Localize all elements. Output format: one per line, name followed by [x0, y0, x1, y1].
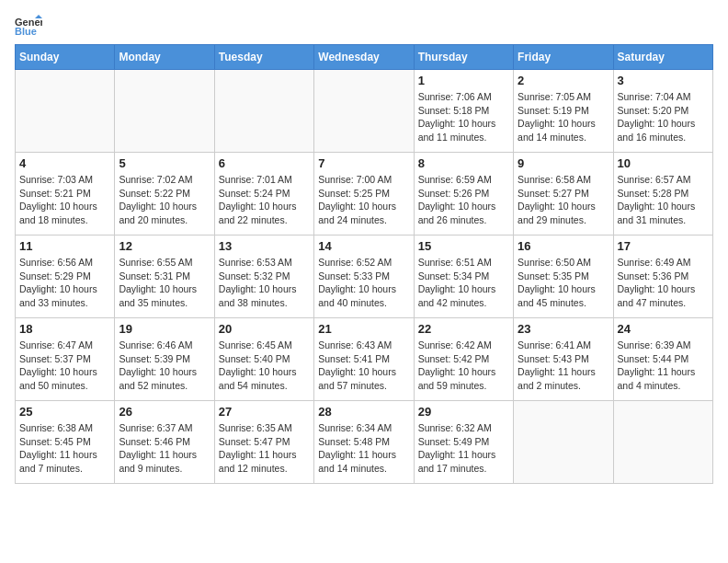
- day-cell: 18Sunrise: 6:47 AM Sunset: 5:37 PM Dayli…: [16, 318, 115, 401]
- day-number: 19: [119, 322, 210, 336]
- day-cell: [514, 401, 613, 484]
- day-number: 4: [19, 156, 110, 170]
- svg-text:Blue: Blue: [15, 26, 37, 37]
- day-info: Sunrise: 6:51 AM Sunset: 5:34 PM Dayligh…: [418, 256, 509, 310]
- header: General Blue: [15, 15, 713, 37]
- day-number: 22: [418, 322, 509, 336]
- day-cell: 22Sunrise: 6:42 AM Sunset: 5:42 PM Dayli…: [414, 318, 513, 401]
- day-number: 8: [418, 156, 509, 170]
- day-cell: 16Sunrise: 6:50 AM Sunset: 5:35 PM Dayli…: [514, 236, 613, 318]
- day-cell: 6Sunrise: 7:01 AM Sunset: 5:24 PM Daylig…: [214, 153, 313, 236]
- day-cell: 8Sunrise: 6:59 AM Sunset: 5:26 PM Daylig…: [414, 153, 513, 236]
- week-row-2: 4Sunrise: 7:03 AM Sunset: 5:21 PM Daylig…: [16, 153, 713, 236]
- day-cell: 27Sunrise: 6:35 AM Sunset: 5:47 PM Dayli…: [214, 401, 313, 484]
- day-info: Sunrise: 6:57 AM Sunset: 5:28 PM Dayligh…: [618, 173, 709, 227]
- day-info: Sunrise: 7:01 AM Sunset: 5:24 PM Dayligh…: [219, 173, 310, 227]
- day-number: 28: [318, 405, 409, 419]
- day-cell: 2Sunrise: 7:05 AM Sunset: 5:19 PM Daylig…: [514, 70, 613, 153]
- day-number: 18: [19, 322, 110, 336]
- day-number: 21: [318, 322, 409, 336]
- day-info: Sunrise: 6:55 AM Sunset: 5:31 PM Dayligh…: [119, 256, 210, 310]
- calendar-body: 1Sunrise: 7:06 AM Sunset: 5:18 PM Daylig…: [16, 70, 713, 484]
- day-cell: 28Sunrise: 6:34 AM Sunset: 5:48 PM Dayli…: [314, 401, 414, 484]
- logo: General Blue: [15, 15, 46, 37]
- day-info: Sunrise: 6:43 AM Sunset: 5:41 PM Dayligh…: [318, 339, 409, 393]
- day-info: Sunrise: 6:52 AM Sunset: 5:33 PM Dayligh…: [318, 256, 409, 310]
- day-number: 11: [19, 239, 110, 253]
- day-info: Sunrise: 6:50 AM Sunset: 5:35 PM Dayligh…: [518, 256, 609, 310]
- logo-icon: General Blue: [15, 15, 42, 37]
- day-number: 20: [219, 322, 310, 336]
- day-info: Sunrise: 7:05 AM Sunset: 5:19 PM Dayligh…: [518, 90, 609, 144]
- day-cell: [214, 70, 313, 153]
- day-cell: 5Sunrise: 7:02 AM Sunset: 5:22 PM Daylig…: [115, 153, 214, 236]
- day-info: Sunrise: 6:49 AM Sunset: 5:36 PM Dayligh…: [618, 256, 709, 310]
- calendar: SundayMondayTuesdayWednesdayThursdayFrid…: [15, 44, 713, 484]
- day-number: 13: [219, 239, 310, 253]
- day-cell: [115, 70, 214, 153]
- day-header-sunday: Sunday: [16, 45, 115, 70]
- day-cell: 10Sunrise: 6:57 AM Sunset: 5:28 PM Dayli…: [613, 153, 712, 236]
- day-cell: 24Sunrise: 6:39 AM Sunset: 5:44 PM Dayli…: [613, 318, 712, 401]
- day-info: Sunrise: 6:56 AM Sunset: 5:29 PM Dayligh…: [19, 256, 110, 310]
- week-row-1: 1Sunrise: 7:06 AM Sunset: 5:18 PM Daylig…: [16, 70, 713, 153]
- day-number: 7: [318, 156, 409, 170]
- day-info: Sunrise: 7:00 AM Sunset: 5:25 PM Dayligh…: [318, 173, 409, 227]
- day-cell: 9Sunrise: 6:58 AM Sunset: 5:27 PM Daylig…: [514, 153, 613, 236]
- week-row-5: 25Sunrise: 6:38 AM Sunset: 5:45 PM Dayli…: [16, 401, 713, 484]
- day-number: 27: [219, 405, 310, 419]
- day-cell: 20Sunrise: 6:45 AM Sunset: 5:40 PM Dayli…: [214, 318, 313, 401]
- day-cell: [16, 70, 115, 153]
- day-info: Sunrise: 6:39 AM Sunset: 5:44 PM Dayligh…: [618, 339, 709, 393]
- day-info: Sunrise: 6:45 AM Sunset: 5:40 PM Dayligh…: [219, 339, 310, 393]
- day-info: Sunrise: 6:58 AM Sunset: 5:27 PM Dayligh…: [518, 173, 609, 227]
- day-info: Sunrise: 7:04 AM Sunset: 5:20 PM Dayligh…: [618, 90, 709, 144]
- day-cell: 26Sunrise: 6:37 AM Sunset: 5:46 PM Dayli…: [115, 401, 214, 484]
- day-number: 26: [119, 405, 210, 419]
- day-cell: 11Sunrise: 6:56 AM Sunset: 5:29 PM Dayli…: [16, 236, 115, 318]
- day-info: Sunrise: 6:41 AM Sunset: 5:43 PM Dayligh…: [518, 339, 609, 393]
- day-cell: 19Sunrise: 6:46 AM Sunset: 5:39 PM Dayli…: [115, 318, 214, 401]
- day-cell: 7Sunrise: 7:00 AM Sunset: 5:25 PM Daylig…: [314, 153, 414, 236]
- day-info: Sunrise: 7:03 AM Sunset: 5:21 PM Dayligh…: [19, 173, 110, 227]
- day-info: Sunrise: 7:02 AM Sunset: 5:22 PM Dayligh…: [119, 173, 210, 227]
- day-info: Sunrise: 6:37 AM Sunset: 5:46 PM Dayligh…: [119, 421, 210, 476]
- day-info: Sunrise: 6:46 AM Sunset: 5:39 PM Dayligh…: [119, 339, 210, 393]
- day-number: 15: [418, 239, 509, 253]
- day-number: 6: [219, 156, 310, 170]
- day-number: 25: [19, 405, 110, 419]
- day-info: Sunrise: 6:38 AM Sunset: 5:45 PM Dayligh…: [19, 421, 110, 476]
- day-header-saturday: Saturday: [613, 45, 712, 70]
- day-cell: 17Sunrise: 6:49 AM Sunset: 5:36 PM Dayli…: [613, 236, 712, 318]
- day-number: 10: [618, 156, 709, 170]
- day-cell: 3Sunrise: 7:04 AM Sunset: 5:20 PM Daylig…: [613, 70, 712, 153]
- day-info: Sunrise: 6:34 AM Sunset: 5:48 PM Dayligh…: [318, 421, 409, 476]
- day-number: 1: [418, 74, 509, 87]
- day-info: Sunrise: 6:47 AM Sunset: 5:37 PM Dayligh…: [19, 339, 110, 393]
- day-header-thursday: Thursday: [414, 45, 513, 70]
- day-info: Sunrise: 6:32 AM Sunset: 5:49 PM Dayligh…: [418, 421, 509, 476]
- day-number: 3: [618, 74, 709, 87]
- day-header-monday: Monday: [115, 45, 214, 70]
- day-cell: 21Sunrise: 6:43 AM Sunset: 5:41 PM Dayli…: [314, 318, 414, 401]
- day-number: 9: [518, 156, 609, 170]
- day-cell: 4Sunrise: 7:03 AM Sunset: 5:21 PM Daylig…: [16, 153, 115, 236]
- day-number: 23: [518, 322, 609, 336]
- day-number: 2: [518, 74, 609, 87]
- day-cell: 1Sunrise: 7:06 AM Sunset: 5:18 PM Daylig…: [414, 70, 513, 153]
- day-cell: 29Sunrise: 6:32 AM Sunset: 5:49 PM Dayli…: [414, 401, 513, 484]
- day-cell: 13Sunrise: 6:53 AM Sunset: 5:32 PM Dayli…: [214, 236, 313, 318]
- day-header-tuesday: Tuesday: [214, 45, 313, 70]
- day-info: Sunrise: 6:42 AM Sunset: 5:42 PM Dayligh…: [418, 339, 509, 393]
- days-header-row: SundayMondayTuesdayWednesdayThursdayFrid…: [16, 45, 713, 70]
- day-number: 5: [119, 156, 210, 170]
- day-info: Sunrise: 6:35 AM Sunset: 5:47 PM Dayligh…: [219, 421, 310, 476]
- day-header-wednesday: Wednesday: [314, 45, 414, 70]
- day-cell: [613, 401, 712, 484]
- day-info: Sunrise: 6:59 AM Sunset: 5:26 PM Dayligh…: [418, 173, 509, 227]
- day-cell: 14Sunrise: 6:52 AM Sunset: 5:33 PM Dayli…: [314, 236, 414, 318]
- week-row-3: 11Sunrise: 6:56 AM Sunset: 5:29 PM Dayli…: [16, 236, 713, 318]
- day-cell: 12Sunrise: 6:55 AM Sunset: 5:31 PM Dayli…: [115, 236, 214, 318]
- day-number: 24: [618, 322, 709, 336]
- day-cell: 25Sunrise: 6:38 AM Sunset: 5:45 PM Dayli…: [16, 401, 115, 484]
